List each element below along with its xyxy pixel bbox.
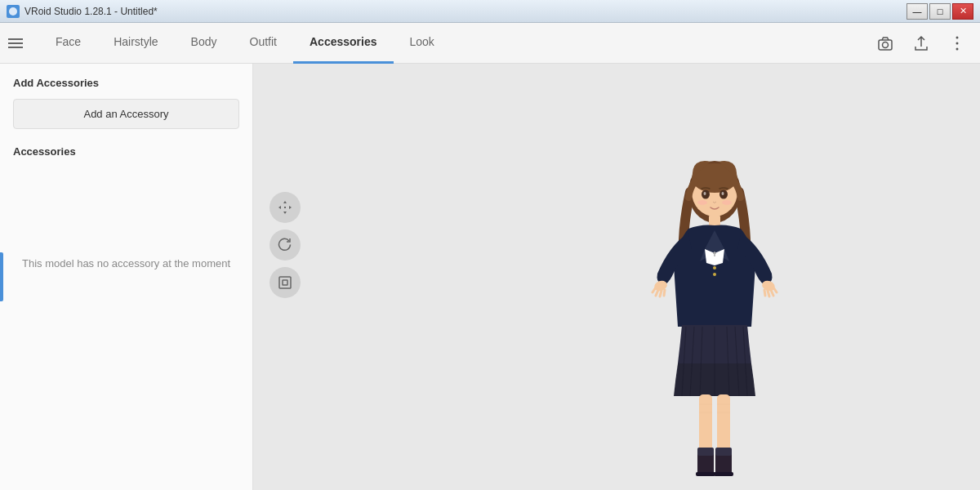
title-bar-left: VRoid Studio 1.28.1 - Untitled* [7,5,158,18]
accessories-section: Accessories This model has no accessory … [13,145,239,272]
maximize-button[interactable]: □ [929,3,951,20]
tabs: Face Hairstyle Body Outfit Accessories L… [39,23,871,64]
move-control[interactable] [270,192,301,223]
accessories-section-title: Accessories [13,145,239,158]
svg-point-18 [713,266,716,270]
minimize-button[interactable]: — [906,3,928,20]
svg-rect-47 [696,472,715,476]
svg-rect-6 [279,277,291,288]
svg-rect-37 [699,394,712,452]
camera-button[interactable] [871,29,900,58]
viewport-controls [270,192,301,298]
tab-look[interactable]: Look [394,23,451,64]
svg-rect-38 [717,394,730,452]
svg-line-27 [771,290,773,296]
svg-point-5 [956,47,959,50]
more-button[interactable] [942,29,972,58]
svg-line-29 [764,290,765,296]
app-icon [7,5,20,18]
character-display [625,147,804,490]
svg-rect-7 [283,280,287,285]
left-panel: Add Accessories Add an Accessory Accesso… [0,64,253,490]
svg-point-2 [883,42,889,47]
svg-rect-46 [715,448,732,456]
tab-face[interactable]: Face [39,23,97,64]
close-button[interactable]: ✕ [952,3,973,20]
svg-rect-44 [697,448,714,456]
app-title: VRoid Studio 1.28.1 - Untitled* [24,6,158,17]
svg-point-15 [697,200,707,205]
svg-point-3 [956,36,959,38]
title-bar: VRoid Studio 1.28.1 - Untitled* — □ ✕ [0,0,980,23]
svg-point-0 [9,7,17,16]
svg-line-21 [653,287,656,292]
tab-accessories[interactable]: Accessories [293,23,394,64]
viewport[interactable] [253,64,980,490]
menu-icon[interactable] [8,38,23,48]
app-container: Face Hairstyle Body Outfit Accessories L… [0,23,980,490]
svg-line-24 [664,290,665,296]
svg-line-26 [773,287,777,292]
add-accessories-title: Add Accessories [13,77,239,89]
panel-indicator [0,252,3,301]
tab-hairstyle[interactable]: Hairstyle [97,23,174,64]
tab-actions [871,29,972,58]
svg-point-14 [722,192,724,195]
add-accessory-button[interactable]: Add an Accessory [13,99,239,129]
tab-outfit[interactable]: Outfit [234,23,293,64]
svg-line-22 [656,290,658,296]
export-button[interactable] [906,29,936,58]
no-accessory-message: This model has no accessory at the momen… [13,256,239,272]
svg-point-16 [722,200,732,205]
scale-control[interactable] [270,267,301,298]
svg-rect-48 [714,472,733,476]
tab-bar: Face Hairstyle Body Outfit Accessories L… [0,23,980,64]
svg-line-28 [768,291,769,296]
svg-line-23 [660,291,662,296]
svg-point-13 [704,192,706,195]
svg-point-19 [713,273,716,276]
rotate-control[interactable] [270,229,301,261]
character-area [592,82,837,490]
tab-body[interactable]: Body [175,23,234,64]
window-controls: — □ ✕ [906,3,973,20]
content-area: Add Accessories Add an Accessory Accesso… [0,64,980,490]
svg-point-4 [956,42,959,44]
